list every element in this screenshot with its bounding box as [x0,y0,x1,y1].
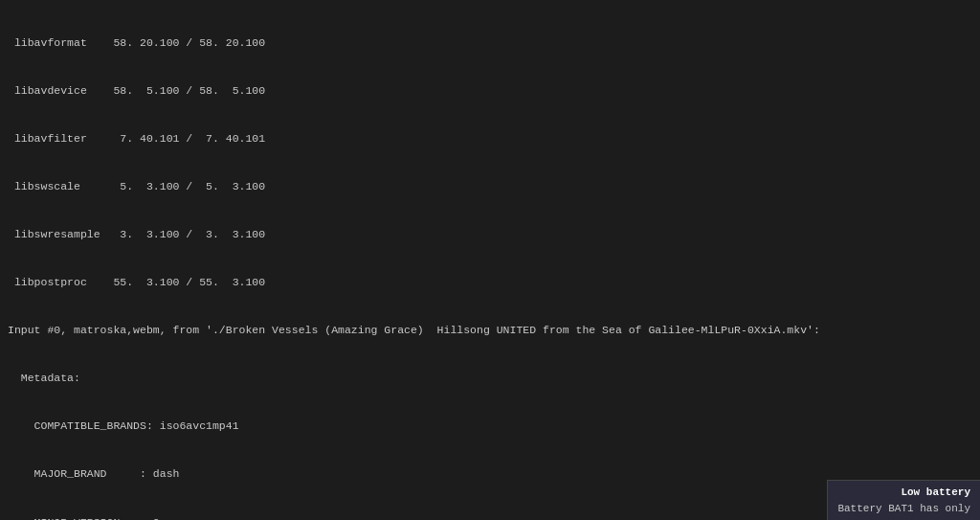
output-line-5: libswresample 3. 3.100 / 3. 3.100 [8,227,972,243]
battery-notification: Low battery Battery BAT1 has only [827,480,980,520]
output-line-9: COMPATIBLE_BRANDS: iso6avc1mp41 [8,418,972,435]
output-line-6: libpostproc 55. 3.100 / 55. 3.100 [8,275,972,291]
output-line-3: libavfilter 7. 40.101 / 7. 40.101 [8,131,972,147]
battery-subtitle: Battery BAT1 has only [837,501,970,517]
output-line-4: libswscale 5. 3.100 / 5. 3.100 [8,179,972,195]
terminal-output: libavformat 58. 20.100 / 58. 20.100 liba… [8,4,972,520]
output-line-8: Metadata: [8,371,972,387]
terminal-window: libavformat 58. 20.100 / 58. 20.100 liba… [0,0,980,520]
output-line-1: libavformat 58. 20.100 / 58. 20.100 [8,35,972,52]
output-line-2: libavdevice 58. 5.100 / 58. 5.100 [8,83,972,100]
battery-title: Low battery [837,485,970,501]
output-line-7: Input #0, matroska,webm, from './Broken … [8,323,972,339]
